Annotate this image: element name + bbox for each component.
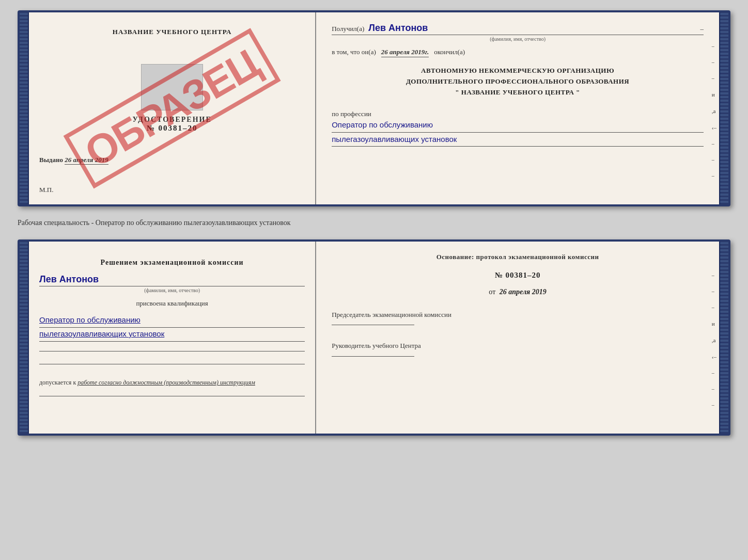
recipient-subtitle: (фамилия, имя, отчество)	[332, 36, 704, 42]
right-spine-bottom	[719, 242, 728, 434]
blank-line2	[39, 364, 305, 364]
commission-text: Решением экзаменационной комиссии	[39, 257, 305, 268]
diploma-left-panel: Решением экзаменационной комиссии Лев Ан…	[29, 242, 316, 434]
in-that-label: в том, что он(а)	[332, 48, 376, 56]
right-spine-top	[719, 12, 728, 204]
org-line2: ДОПОЛНИТЕЛЬНОГО ПРОФЕССИОНАЛЬНОГО ОБРАЗО…	[332, 76, 704, 87]
dash-r7: –	[712, 370, 716, 376]
qual-label: присвоена квалификация	[39, 299, 305, 308]
chair-signature-line	[332, 325, 414, 325]
recipient-name: Лев Антонов	[368, 23, 428, 34]
доп-value: работе согласно должностным (производств…	[77, 379, 255, 386]
cert-label: УДОСТОВЕРЕНИЕ	[39, 116, 305, 124]
date-section: в том, что он(а) 26 апреля 2019г. окончи…	[332, 48, 704, 57]
dash2: –	[712, 59, 716, 65]
dash-r3: –	[712, 305, 716, 310]
protocol-number: № 00381–20	[332, 271, 704, 280]
right-side-marks2: – – – и ,а ‹– – – –	[712, 273, 716, 408]
right-side-marks: – – – и ,а ‹– – – –	[712, 43, 716, 179]
issued-date: 26 апреля 2019	[65, 156, 108, 165]
profession-line2: пылегазоулавливающих установок	[332, 134, 704, 147]
photo-placeholder	[141, 64, 203, 110]
dash4: и	[712, 91, 716, 98]
diploma-person-subtitle: (фамилия, имя, отчество)	[39, 287, 305, 293]
cert-issued: Выдано 26 апреля 2019	[39, 156, 305, 164]
profession-line1: Оператор по обслуживанию	[332, 119, 704, 133]
protocol-number-section: № 00381–20	[332, 271, 704, 280]
cert-header: НАЗВАНИЕ УЧЕБНОГО ЦЕНТРА	[39, 28, 305, 41]
qualification-section: присвоена квалификация	[39, 299, 305, 308]
blank-line3	[39, 396, 305, 396]
recipient-line: Получил(а) Лев Антонов –	[332, 23, 704, 35]
base-label: Основание: протокол экзаменационной коми…	[332, 252, 704, 263]
dash-r8: –	[712, 386, 716, 392]
school-name-top: НАЗВАНИЕ УЧЕБНОГО ЦЕНТРА	[113, 28, 232, 36]
dash8: –	[712, 157, 716, 163]
dash-r5: ,а	[712, 337, 716, 343]
recipient-section: Получил(а) Лев Антонов – (фамилия, имя, …	[332, 23, 704, 42]
cert-right-panel: Получил(а) Лев Антонов – (фамилия, имя, …	[316, 12, 719, 204]
osnование-block: Основание: протокол экзаменационной коми…	[332, 252, 704, 263]
blank-line1	[39, 351, 305, 351]
dash-r2: –	[712, 289, 716, 294]
completed-date: 26 апреля 2019г.	[381, 48, 429, 57]
head-section: Руководитель учебного Центра	[332, 341, 704, 359]
org-block: АВТОНОМНУЮ НЕКОММЕРЧЕСКУЮ ОРГАНИЗАЦИЮ ДО…	[332, 66, 704, 98]
protocol-date: 26 апреля 2019	[500, 288, 547, 296]
cert-left-panel: НАЗВАНИЕ УЧЕБНОГО ЦЕНТРА УДОСТОВЕРЕНИЕ №…	[29, 12, 316, 204]
dash-r4: и	[712, 321, 716, 327]
commission-block: Решением экзаменационной комиссии	[39, 257, 305, 268]
qual-value-section: Оператор по обслуживанию пылегазоулавлив…	[39, 314, 305, 342]
qual-line2: пылегазоулавливающих установок	[39, 328, 305, 342]
доп-label: допускается к	[39, 379, 76, 386]
dash6: ‹–	[712, 124, 716, 131]
dash7: –	[712, 141, 716, 147]
qual-line1: Оператор по обслуживанию	[39, 314, 305, 328]
completed-label: окончил(а)	[434, 48, 465, 56]
dash3: –	[712, 75, 716, 81]
dash-r1: –	[712, 273, 716, 278]
bottom-diploma: Решением экзаменационной комиссии Лев Ан…	[18, 239, 730, 436]
protocol-date-prefix: от	[489, 288, 495, 296]
left-spine-bottom	[20, 242, 29, 434]
head-label: Руководитель учебного Центра	[332, 341, 704, 351]
profession-section: по профессии Оператор по обслуживанию пы…	[332, 106, 704, 147]
received-label: Получил(а)	[332, 25, 364, 33]
separator-text: Рабочая специальность - Оператор по обсл…	[18, 215, 730, 231]
diploma-right-panel: Основание: протокол экзаменационной коми…	[316, 242, 719, 434]
profession-label: по профессии	[332, 110, 704, 118]
допускается-section: допускается к работе согласно должностны…	[39, 379, 305, 387]
diploma-person-name: Лев Антонов	[39, 274, 305, 286]
issued-label: Выдано	[39, 156, 63, 164]
top-certificate: НАЗВАНИЕ УЧЕБНОГО ЦЕНТРА УДОСТОВЕРЕНИЕ №…	[18, 10, 730, 206]
chair-section: Председатель экзаменационной комиссии	[332, 310, 704, 328]
dash1: –	[712, 43, 716, 49]
document-container: НАЗВАНИЕ УЧЕБНОГО ЦЕНТРА УДОСТОВЕРЕНИЕ №…	[18, 10, 730, 436]
dash9: –	[712, 173, 716, 179]
dash-r9: –	[712, 402, 716, 408]
left-spine	[20, 12, 29, 204]
diploma-recipient: Лев Антонов (фамилия, имя, отчество)	[39, 274, 305, 293]
chair-label: Председатель экзаменационной комиссии	[332, 310, 704, 320]
protocol-date-section: от 26 апреля 2019	[332, 288, 704, 296]
org-line1: АВТОНОМНУЮ НЕКОММЕРЧЕСКУЮ ОРГАНИЗАЦИЮ	[332, 66, 704, 76]
org-line3: " НАЗВАНИЕ УЧЕБНОГО ЦЕНТРА "	[332, 87, 704, 98]
cert-mp: М.П.	[39, 186, 305, 194]
cert-id-section: УДОСТОВЕРЕНИЕ № 00381–20	[39, 59, 305, 133]
cert-number: № 00381–20	[39, 124, 305, 133]
dash-r6: ‹–	[712, 354, 716, 360]
dash5: ,а	[712, 108, 716, 114]
head-signature-line	[332, 356, 414, 357]
